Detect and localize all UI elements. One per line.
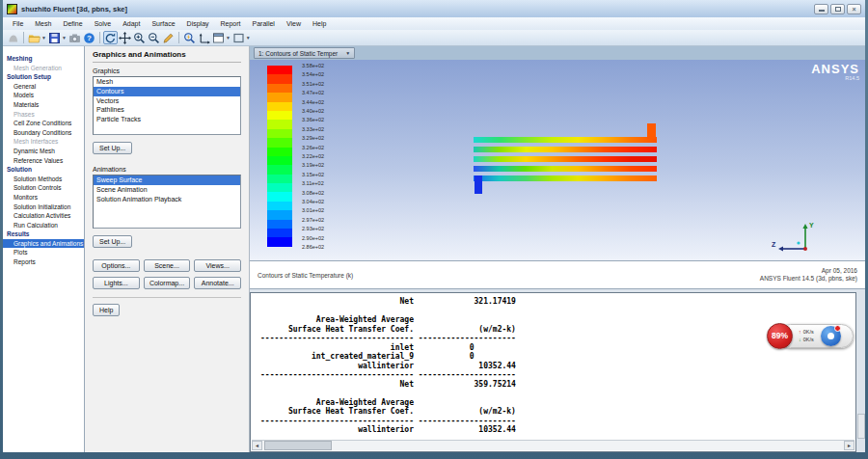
scrollbar-thumb[interactable]	[264, 441, 332, 450]
colorbar-band	[267, 138, 292, 147]
zoom-in-icon[interactable]	[132, 31, 147, 44]
colormap-button[interactable]: Colormap...	[144, 277, 191, 289]
caption-date: Apr 05, 2016	[822, 267, 857, 274]
menu-display[interactable]: Display	[181, 19, 215, 28]
pan-icon[interactable]	[118, 31, 132, 44]
save-file-icon-dropdown[interactable]: ▼	[62, 35, 67, 40]
tree-item-dynamic-mesh[interactable]: Dynamic Mesh	[3, 147, 84, 156]
tree-item-solution-initialization[interactable]: Solution Initialization	[3, 202, 84, 212]
view-selector-dropdown[interactable]: 1: Contours of Static Temper ▼	[254, 47, 355, 59]
menu-help[interactable]: Help	[307, 19, 332, 28]
notification-badge	[834, 325, 841, 332]
close-button[interactable]: ×	[847, 4, 861, 14]
graphics-item-particle-tracks[interactable]: Particle Tracks	[94, 115, 240, 124]
memory-percent: 89%	[772, 331, 788, 340]
tree-item-solution-methods[interactable]: Solution Methods	[3, 175, 84, 184]
graphics-set-up-button[interactable]: Set Up...	[93, 142, 132, 154]
colorbar-band	[267, 192, 292, 201]
minimize-button[interactable]	[814, 4, 828, 14]
fluent-app-icon	[7, 4, 17, 14]
probe-icon[interactable]	[161, 31, 176, 44]
tree-item-mesh-interfaces[interactable]: Mesh Interfaces	[3, 137, 84, 147]
tree-item-models[interactable]: Models	[3, 91, 84, 100]
help-icon[interactable]: ?	[82, 31, 96, 44]
rotate-view-icon[interactable]	[103, 31, 118, 44]
panel-manager-icon[interactable]	[211, 31, 226, 44]
colorbar-label: 3.44e+02	[302, 99, 324, 105]
menu-mesh[interactable]: Mesh	[29, 19, 57, 28]
menu-adapt[interactable]: Adapt	[117, 19, 146, 28]
tree-item-calculation-activities[interactable]: Calculation Activities	[3, 211, 84, 221]
layout-icon[interactable]	[231, 31, 246, 44]
contour-row	[474, 176, 657, 181]
tree-item-boundary-conditions[interactable]: Boundary Conditions	[3, 128, 84, 138]
open-file-icon-dropdown[interactable]: ▼	[41, 35, 46, 40]
tree-item-reports[interactable]: Reports	[3, 257, 84, 267]
axes-icon[interactable]	[197, 31, 211, 44]
menu-solve[interactable]: Solve	[89, 19, 118, 28]
graphics-item-pathlines[interactable]: Pathlines	[94, 105, 240, 115]
animations-listbox[interactable]: Sweep SurfaceScene AnimationSolution Ani…	[93, 175, 241, 229]
layout-icon-dropdown[interactable]: ▼	[246, 35, 251, 40]
animations-set-up-button[interactable]: Set Up...	[93, 235, 132, 248]
colorbar-band	[267, 84, 292, 93]
menu-file[interactable]: File	[7, 19, 29, 28]
options-button[interactable]: Options...	[93, 259, 140, 272]
zoom-window-icon[interactable]	[182, 31, 197, 44]
memory-usage-ball[interactable]: 89%	[767, 323, 793, 349]
tree-item-mesh-generation[interactable]: Mesh Generation	[3, 64, 84, 73]
notification-ball[interactable]	[821, 326, 841, 346]
scroll-left-icon[interactable]: ◄	[252, 441, 262, 450]
menu-report[interactable]: Report	[215, 19, 247, 28]
tree-item-solution-controls[interactable]: Solution Controls	[3, 183, 84, 193]
animations-item-scene-animation[interactable]: Scene Animation	[94, 185, 240, 195]
graphics-viewport[interactable]: 3.58e+023.54e+023.51e+023.47e+023.44e+02…	[250, 60, 865, 260]
tree-item-reference-values[interactable]: Reference Values	[3, 156, 84, 166]
colorbar-label: 3.29e+02	[302, 135, 324, 141]
tree-item-graphics-and-animations[interactable]: Graphics and Animations	[3, 239, 84, 249]
zoom-out-icon[interactable]	[147, 31, 161, 44]
tree-item-run-calculation[interactable]: Run Calculation	[3, 221, 84, 230]
graphics-item-contours[interactable]: Contours	[94, 87, 240, 96]
colorbar-band	[267, 229, 292, 237]
tree-item-phases[interactable]: Phases	[3, 110, 84, 120]
console-window[interactable]: Net 321.17419 Area-Weighted Average Surf…	[250, 292, 856, 452]
views-button[interactable]: Views...	[194, 259, 241, 272]
maximize-button[interactable]	[830, 4, 845, 14]
tree-item-monitors[interactable]: Monitors	[3, 193, 84, 202]
panel-manager-icon-dropdown[interactable]: ▼	[226, 35, 231, 40]
open-file-icon[interactable]	[27, 31, 41, 44]
scroll-right-icon[interactable]: ►	[844, 441, 854, 450]
colorbar-band	[267, 175, 292, 183]
lights-button[interactable]: Lights...	[93, 277, 140, 289]
graphics-listbox[interactable]: MeshContoursVectorsPathlinesParticle Tra…	[93, 76, 241, 135]
panel-separator	[93, 297, 241, 298]
tree-item-materials[interactable]: Materials	[3, 100, 84, 110]
lights-button-row: Lights...Colormap...Annotate...	[93, 277, 241, 289]
menu-surface[interactable]: Surface	[146, 19, 180, 28]
graphics-item-vectors[interactable]: Vectors	[94, 96, 240, 106]
console-horizontal-scrollbar[interactable]: ◄ ►	[252, 440, 854, 450]
graphics-item-mesh[interactable]: Mesh	[94, 77, 240, 87]
colorbar-label: 3.36e+02	[302, 117, 324, 122]
save-file-icon[interactable]	[47, 31, 62, 44]
resize-grip[interactable]	[857, 414, 865, 439]
svg-text:Z: Z	[772, 241, 776, 248]
annotate-button[interactable]: Annotate...	[194, 277, 241, 289]
help-button[interactable]: Help	[93, 304, 120, 316]
screenshot-icon[interactable]	[68, 31, 82, 44]
animations-item-solution-animation-playback[interactable]: Solution Animation Playback	[94, 195, 240, 204]
tree-item-general[interactable]: General	[3, 82, 84, 92]
scene-button[interactable]: Scene...	[144, 259, 191, 272]
contour-row	[474, 147, 657, 152]
menu-define[interactable]: Define	[57, 19, 88, 28]
menu-parallel[interactable]: Parallel	[247, 19, 281, 28]
tree-item-cell-zone-conditions[interactable]: Cell Zone Conditions	[3, 119, 84, 128]
animations-item-sweep-surface[interactable]: Sweep Surface	[94, 176, 240, 185]
tree-item-plots[interactable]: Plots	[3, 248, 84, 257]
colorbar-label: 3.01e+02	[302, 207, 324, 213]
scrollbar-track[interactable]	[262, 441, 844, 450]
menu-view[interactable]: View	[281, 19, 307, 28]
caption-meta: Apr 05, 2016 ANSYS Fluent 14.5 (3d, pbns…	[760, 267, 857, 284]
floating-monitor-widget[interactable]: 89% 0K/s 0K/s	[767, 322, 841, 349]
